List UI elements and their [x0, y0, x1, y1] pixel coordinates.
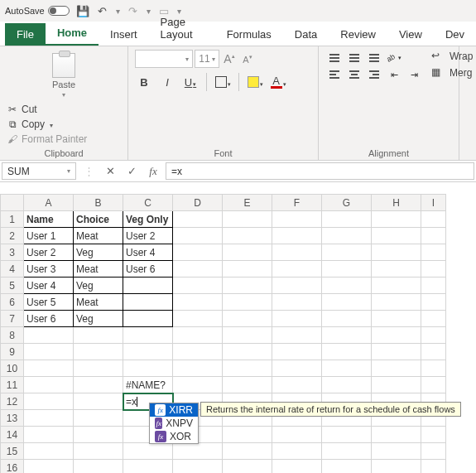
cell[interactable] [421, 360, 446, 377]
col-header-B[interactable]: B [74, 195, 123, 211]
cell[interactable] [372, 360, 421, 377]
cell[interactable]: Veg [74, 278, 123, 294]
cancel-formula-button[interactable]: ✕ [103, 165, 118, 177]
cell[interactable] [173, 344, 223, 360]
cell[interactable] [123, 327, 173, 344]
cell[interactable] [322, 228, 372, 244]
cell[interactable] [421, 460, 446, 474]
cell[interactable] [173, 228, 223, 244]
increase-indent-button[interactable]: ⇥ [405, 66, 423, 83]
cell[interactable] [24, 360, 74, 377]
cell[interactable] [272, 344, 322, 360]
row-header[interactable]: 6 [1, 294, 24, 311]
row-header[interactable]: 10 [1, 360, 24, 377]
cell[interactable]: User 6 [123, 261, 173, 278]
cell-error[interactable]: #NAME? [123, 377, 173, 393]
dropdown-caret-icon[interactable]: ▾ [116, 7, 120, 16]
cell[interactable] [123, 294, 173, 311]
cell[interactable] [272, 294, 322, 311]
undo-icon[interactable]: ↶ [96, 4, 109, 17]
cell[interactable] [372, 344, 421, 360]
cell[interactable] [322, 294, 372, 311]
cell[interactable] [372, 278, 421, 294]
cell[interactable] [24, 410, 74, 427]
row-header[interactable]: 2 [1, 228, 24, 244]
cell[interactable]: User 3 [24, 261, 74, 278]
select-all-corner[interactable] [1, 195, 24, 211]
col-header-C[interactable]: C [123, 195, 173, 211]
cell[interactable] [272, 228, 322, 244]
underline-button[interactable]: U [181, 73, 200, 91]
cell[interactable] [223, 460, 272, 474]
cell[interactable] [123, 311, 173, 327]
enter-formula-button[interactable]: ✓ [124, 165, 139, 177]
merge-center-button[interactable]: ▦Merg [431, 66, 473, 80]
cell[interactable] [272, 443, 322, 460]
cell[interactable] [223, 228, 272, 244]
cell[interactable]: User 4 [123, 244, 173, 261]
cell[interactable] [173, 311, 223, 327]
autocomplete-item[interactable]: fxXIRR [150, 403, 198, 417]
cell[interactable] [123, 278, 173, 294]
cell[interactable] [421, 228, 446, 244]
borders-button[interactable] [214, 73, 232, 91]
tab-home[interactable]: Home [46, 22, 99, 46]
font-color-button[interactable]: A [269, 73, 287, 91]
cell[interactable] [322, 211, 372, 228]
cell[interactable] [272, 278, 322, 294]
tab-page-layout[interactable]: Page Layout [149, 11, 215, 46]
col-header-G[interactable]: G [322, 195, 372, 211]
cell[interactable] [322, 244, 372, 261]
cell[interactable] [24, 377, 74, 393]
cell[interactable] [322, 311, 372, 327]
cell[interactable] [24, 327, 74, 344]
cell[interactable] [74, 410, 123, 427]
cell[interactable] [372, 311, 421, 327]
row-header[interactable]: 12 [1, 393, 24, 410]
cell[interactable] [74, 360, 123, 377]
cell[interactable] [24, 393, 74, 410]
name-box[interactable]: SUM ▾ [2, 162, 76, 180]
cell[interactable] [272, 244, 322, 261]
col-header-A[interactable]: A [24, 195, 74, 211]
cell[interactable] [372, 377, 421, 393]
cell[interactable]: Veg Only [123, 211, 173, 228]
cell[interactable] [421, 344, 446, 360]
cell[interactable] [223, 294, 272, 311]
row-header[interactable]: 5 [1, 278, 24, 294]
tab-developer[interactable]: Dev [434, 23, 476, 46]
cell[interactable]: User 2 [24, 244, 74, 261]
cell[interactable]: Veg [74, 311, 123, 327]
autocomplete-item[interactable]: fxXOR [150, 430, 198, 443]
align-left-button[interactable] [325, 66, 344, 83]
font-size-select[interactable]: 11▾ [195, 50, 219, 68]
cell[interactable] [322, 460, 372, 474]
cell[interactable]: Veg [74, 244, 123, 261]
col-header-E[interactable]: E [223, 195, 272, 211]
col-header-F[interactable]: F [272, 195, 322, 211]
cell[interactable]: User 4 [24, 278, 74, 294]
row-header[interactable]: 7 [1, 311, 24, 327]
bold-button[interactable]: B [135, 73, 153, 91]
orientation-button[interactable]: ▾ [385, 50, 403, 66]
cell[interactable] [24, 427, 74, 443]
cell[interactable] [372, 244, 421, 261]
cell[interactable] [322, 427, 372, 443]
cell[interactable] [421, 427, 446, 443]
col-header-I[interactable]: I [421, 195, 446, 211]
cell[interactable] [223, 261, 272, 278]
cell[interactable] [173, 211, 223, 228]
cell[interactable] [372, 228, 421, 244]
row-header[interactable]: 14 [1, 427, 24, 443]
cell[interactable] [421, 278, 446, 294]
cell[interactable] [123, 344, 173, 360]
row-header[interactable]: 4 [1, 261, 24, 278]
tab-data[interactable]: Data [283, 23, 329, 46]
tab-file[interactable]: File [5, 23, 46, 46]
cell[interactable] [372, 294, 421, 311]
worksheet[interactable]: A B C D E F G H I 1 Name Choice Veg Only… [0, 194, 476, 473]
insert-function-button[interactable]: fx [146, 165, 161, 178]
cell[interactable]: Name [24, 211, 74, 228]
cell[interactable] [421, 443, 446, 460]
cell[interactable] [24, 443, 74, 460]
